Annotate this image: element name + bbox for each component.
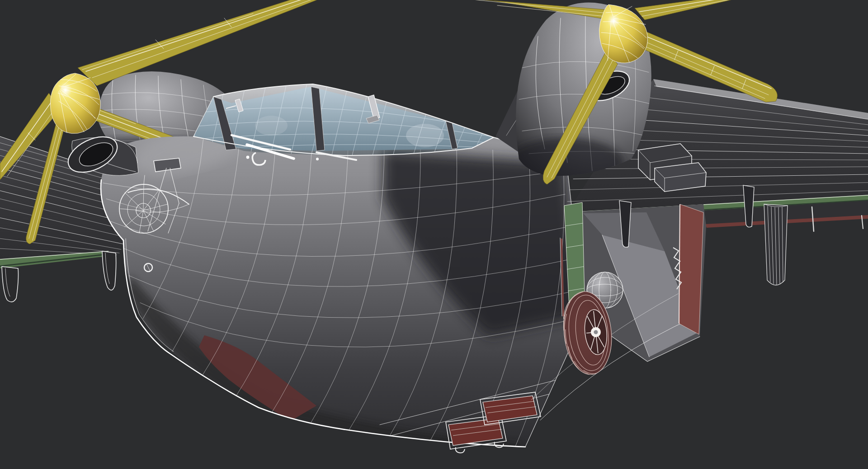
port-spinner	[50, 73, 100, 134]
render-canvas	[0, 0, 868, 469]
model-viewport[interactable]	[0, 0, 868, 469]
red-wedge-panel	[679, 204, 703, 334]
